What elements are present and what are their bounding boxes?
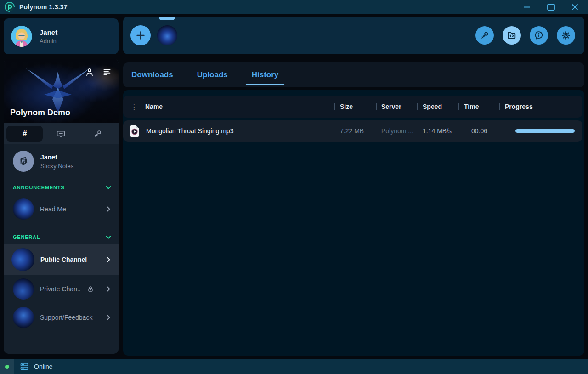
file-time: 00:06 [458, 127, 487, 135]
tab-label: Downloads [131, 70, 173, 79]
tab-label: History [252, 70, 279, 79]
status-label: Online [34, 363, 52, 370]
column-server: Server [381, 103, 401, 110]
channel-private-channel[interactable]: Private Chan... [4, 275, 119, 303]
chevron-right-icon [105, 205, 112, 213]
section-announcements[interactable]: ANNOUNCEMENTS [4, 177, 119, 195]
column-name: Name [145, 103, 163, 110]
tab-uploads[interactable]: Uploads [197, 63, 228, 86]
transfer-tabs: Downloads Uploads History [123, 62, 584, 87]
maximize-button[interactable] [542, 1, 560, 13]
sticky-notes-title: Janet [40, 153, 74, 161]
section-general[interactable]: GENERAL [4, 223, 119, 244]
column-size: Size [340, 103, 353, 110]
key-icon [93, 129, 102, 139]
server-status-button[interactable] [18, 361, 30, 373]
chat-bubble-icon [56, 129, 66, 139]
user-role: Admin [40, 38, 57, 45]
channel-avatar [11, 248, 34, 271]
server-title: Polynom Demo [10, 108, 70, 118]
sidebar: Janet Admin [4, 18, 119, 54]
user-card[interactable]: Janet Admin [4, 18, 119, 54]
tab-key-channels[interactable] [79, 126, 116, 142]
selected-server-indicator [159, 17, 175, 20]
info-icon [534, 30, 544, 40]
server-stack-icon [20, 362, 29, 371]
tab-text-channels[interactable]: # [6, 126, 43, 142]
main-area: Downloads Uploads History ⋮ Name Size [123, 17, 584, 356]
chevron-right-icon [105, 314, 112, 321]
channel-name: Support/Feedback [40, 314, 99, 321]
channel-read-me[interactable]: Read Me [4, 195, 119, 223]
app-logo-icon [5, 2, 15, 12]
sticky-note-icon [18, 156, 29, 167]
online-dot-icon [5, 365, 9, 369]
key-button[interactable] [475, 26, 494, 45]
app-body: Janet Admin [0, 14, 588, 359]
key-icon [480, 30, 490, 40]
file-server: Polynom ... [376, 127, 413, 135]
hash-icon: # [23, 129, 27, 138]
drag-handle-icon[interactable]: ⋮ [131, 106, 138, 108]
audio-file-icon [130, 125, 140, 137]
close-button[interactable] [566, 1, 583, 13]
sticky-notes-item[interactable]: Janet Sticky Notes [4, 144, 119, 177]
channel-name: Read Me [40, 205, 99, 213]
code-folder-icon [507, 30, 517, 40]
column-progress: Progress [505, 103, 533, 110]
info-button[interactable] [530, 26, 548, 45]
channel-public-channel[interactable]: Public Channel [4, 244, 119, 275]
column-speed: Speed [423, 103, 442, 110]
chevron-right-icon [105, 256, 112, 263]
settings-icon [561, 30, 571, 40]
file-name: Mongolian Throat Singing.mp3 [146, 127, 233, 135]
sticky-notes-avatar [13, 151, 34, 172]
section-label: GENERAL [13, 234, 40, 240]
table-row[interactable]: Mongolian Throat Singing.mp3 7.22 MB Pol… [123, 120, 582, 142]
lock-icon [87, 285, 94, 293]
code-folder-button[interactable] [503, 26, 521, 45]
members-icon[interactable] [84, 66, 96, 78]
titlebar: Polynom 1.3.37 [0, 0, 588, 14]
history-panel: ⋮ Name Size Server Speed Time Progress [123, 90, 584, 356]
minimize-button[interactable] [518, 1, 536, 13]
add-server-button[interactable] [130, 25, 151, 45]
column-time: Time [464, 103, 479, 110]
settings-button[interactable] [557, 26, 575, 45]
user-name: Janet [40, 28, 57, 36]
progress-bar [515, 129, 575, 133]
connection-indicator [0, 359, 14, 374]
channel-type-tabs: # [4, 123, 119, 144]
channel-avatar [13, 307, 34, 328]
tab-chat-channels[interactable] [43, 126, 79, 142]
app-title: Polynom 1.3.37 [19, 3, 68, 11]
section-label: ANNOUNCEMENTS [13, 185, 64, 190]
channel-avatar [13, 278, 34, 300]
server-panel: Polynom Demo # [4, 59, 119, 354]
file-size: 7.22 MB [334, 127, 364, 135]
table-header: ⋮ Name Size Server Speed Time Progress [123, 96, 582, 118]
active-tab-underline [246, 84, 284, 85]
tab-history[interactable]: History [252, 63, 279, 86]
server-avatar[interactable] [157, 25, 177, 45]
channel-name: Public Channel [40, 256, 99, 263]
file-speed: 1.14 MB/s [417, 127, 452, 135]
server-topbar [123, 17, 584, 54]
tab-downloads[interactable]: Downloads [131, 63, 173, 86]
list-icon[interactable] [101, 66, 113, 78]
tab-label: Uploads [197, 70, 228, 79]
channel-avatar [13, 198, 34, 220]
chevron-down-icon [105, 184, 112, 191]
plus-icon [136, 30, 146, 40]
chevron-down-icon [105, 233, 112, 241]
chevron-right-icon [105, 285, 112, 293]
sticky-notes-subtitle: Sticky Notes [40, 163, 74, 170]
channel-support-feedback[interactable]: Support/Feedback [4, 303, 119, 332]
server-banner: Polynom Demo [4, 59, 119, 123]
statusbar: Online [0, 359, 588, 374]
channel-name: Private Chan... [40, 285, 81, 293]
user-avatar [11, 26, 32, 47]
